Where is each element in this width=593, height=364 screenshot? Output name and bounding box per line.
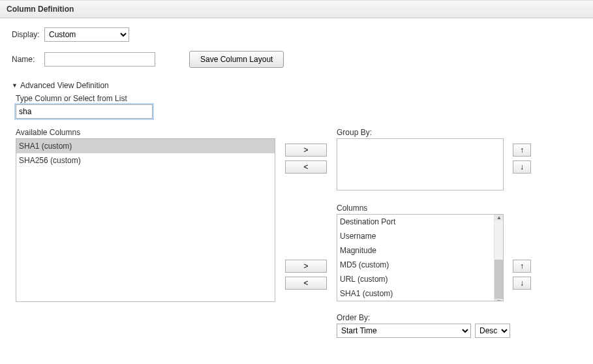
columns-move-down-button[interactable]: ↓ [513, 277, 531, 290]
advanced-section: ▼ Advanced View Definition Type Column o… [12, 81, 593, 338]
list-item[interactable]: Magnitude [337, 243, 503, 258]
list-item[interactable]: SHA1 (custom) [16, 139, 275, 153]
scrollbar[interactable]: ▲ ▼ [494, 215, 503, 301]
list-item[interactable]: URL (custom) [337, 272, 503, 286]
add-to-columns-button[interactable]: > [285, 260, 327, 273]
advanced-toggle[interactable]: ▼ Advanced View Definition [12, 81, 593, 90]
groupby-move-up-button[interactable]: ↑ [513, 144, 531, 157]
orderby-select[interactable]: Start Time [337, 324, 471, 338]
remove-from-columns-button[interactable]: < [285, 277, 327, 290]
list-item[interactable]: SHA256 (custom) [337, 301, 503, 301]
type-column-label: Type Column or Select from List [16, 94, 593, 103]
panel-title: Column Definition [7, 5, 74, 14]
scroll-up-icon[interactable]: ▲ [494, 215, 504, 220]
orderby-direction-select[interactable]: Desc [475, 324, 510, 338]
remove-from-groupby-button[interactable]: < [285, 160, 327, 174]
list-item[interactable]: MD5 (custom) [337, 258, 503, 272]
columns-move-up-button[interactable]: ↑ [513, 260, 531, 273]
scroll-track[interactable] [494, 220, 503, 299]
list-item[interactable]: Username [337, 229, 503, 243]
list-item[interactable]: Destination Port [337, 215, 503, 229]
type-column-input[interactable] [16, 104, 153, 119]
available-columns-label: Available Columns [16, 128, 275, 137]
groupby-label: Group By: [337, 128, 504, 137]
panel-header: Column Definition [0, 0, 593, 18]
save-column-layout-button[interactable]: Save Column Layout [189, 51, 284, 68]
display-label: Display: [12, 30, 44, 39]
add-to-groupby-button[interactable]: > [285, 144, 327, 157]
groupby-list[interactable] [337, 138, 504, 190]
advanced-title: Advanced View Definition [20, 81, 109, 90]
list-item[interactable]: SHA256 (custom) [16, 153, 275, 168]
orderby-label: Order By: [337, 313, 510, 322]
name-label: Name: [12, 55, 44, 64]
columns-list[interactable]: Destination Port Username Magnitude MD5 … [337, 214, 504, 301]
groupby-move-down-button[interactable]: ↓ [513, 160, 531, 174]
display-select[interactable]: Custom [44, 27, 129, 42]
collapse-icon: ▼ [12, 82, 18, 89]
name-input[interactable] [44, 52, 155, 67]
form-area: Display: Custom Name: Save Column Layout [0, 18, 593, 81]
list-item[interactable]: SHA1 (custom) [337, 286, 503, 301]
columns-label: Columns [337, 204, 504, 213]
available-columns-list[interactable]: SHA1 (custom) SHA256 (custom) [16, 138, 275, 302]
scroll-thumb[interactable] [494, 260, 503, 299]
